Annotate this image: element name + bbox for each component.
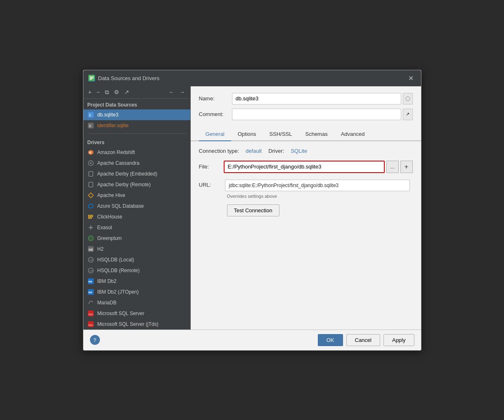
- connection-type-value[interactable]: default: [246, 148, 262, 154]
- tab-general[interactable]: General: [199, 128, 231, 141]
- mariadb-icon: [88, 299, 94, 306]
- sidebar-item-label-h2: H2: [97, 246, 104, 252]
- divider: [88, 133, 186, 134]
- tab-advanced[interactable]: Advanced: [334, 128, 371, 141]
- sidebar-item-label-hsqldb-local: HSQLDB (Local): [97, 257, 134, 263]
- greenplum-icon: [88, 235, 94, 242]
- sidebar-item-apache-derby-embedded[interactable]: Apache Derby (Embedded): [83, 168, 190, 179]
- name-input[interactable]: [232, 93, 401, 104]
- sidebar-item-microsoft-sql-jtds[interactable]: SQL Microsoft SQL Server (jTds): [83, 319, 190, 330]
- sidebar-item-greenplum[interactable]: Greenplum: [83, 233, 190, 244]
- sidebar-item-label-identifier-sqlite: identifier.sqlite: [97, 123, 129, 128]
- sidebar-item-amazon-redshift[interactable]: R Amazon Redshift: [83, 147, 190, 158]
- left-panel: + − ⧉ ⚙ ↗ ← → Project Data Sources S: [83, 86, 191, 330]
- sidebar-item-label-apache-derby-remote: Apache Derby (Remote): [97, 182, 151, 187]
- name-expand-button[interactable]: [403, 93, 413, 104]
- sidebar-item-h2[interactable]: H2 H2: [83, 244, 190, 254]
- export-button[interactable]: ↗: [123, 88, 131, 96]
- apply-button[interactable]: Apply: [383, 334, 414, 346]
- url-input[interactable]: [225, 180, 410, 191]
- svg-point-11: [90, 162, 92, 164]
- svg-text:H2: H2: [89, 248, 93, 252]
- sidebar-item-hsqldb-remote[interactable]: DB HSQLDB (Remote): [83, 265, 190, 276]
- tab-options[interactable]: Options: [231, 128, 263, 141]
- file-add-button[interactable]: +: [400, 161, 413, 173]
- footer-right: OK Cancel Apply: [318, 334, 414, 346]
- sidebar-item-label-azure-sql: Azure SQL Database: [97, 203, 144, 209]
- cancel-button[interactable]: Cancel: [346, 334, 380, 346]
- sidebar-item-ibm-db2[interactable]: IBM IBM Db2: [83, 276, 190, 287]
- svg-rect-14: [90, 215, 90, 219]
- sidebar-item-exasol[interactable]: Exasol: [83, 222, 190, 233]
- sidebar-item-label-exasol: Exasol: [97, 225, 112, 230]
- forward-button[interactable]: →: [178, 88, 187, 96]
- comment-row: Comment: ↗: [199, 109, 413, 120]
- back-button[interactable]: ←: [167, 88, 176, 96]
- apache-derby-remote-icon: [88, 181, 94, 188]
- name-label: Name:: [199, 95, 232, 102]
- db-sqlite3-icon: S: [88, 112, 94, 118]
- sidebar-item-mariadb[interactable]: MariaDB: [83, 297, 190, 308]
- driver-value[interactable]: SQLite: [291, 148, 307, 154]
- file-input[interactable]: [224, 161, 385, 173]
- project-section-header: Project Data Sources: [83, 99, 190, 109]
- sidebar-item-apache-hive[interactable]: Apache Hive: [83, 190, 190, 201]
- microsoft-sql-icon: SQL: [88, 310, 94, 317]
- ok-button[interactable]: OK: [318, 334, 343, 346]
- file-browse-button[interactable]: ...: [386, 161, 399, 173]
- tab-schemas[interactable]: Schemas: [298, 128, 334, 141]
- tab-advanced-label: Advanced: [341, 131, 365, 137]
- file-input-wrapper: ... +: [224, 161, 413, 173]
- sidebar-item-clickhouse[interactable]: ClickHouse: [83, 211, 190, 222]
- microsoft-sql-jtds-icon: SQL: [88, 321, 94, 327]
- amazon-redshift-icon: R: [88, 149, 94, 156]
- url-label: URL:: [199, 180, 224, 188]
- url-hint: Overrides settings above: [199, 194, 413, 199]
- svg-marker-12: [88, 193, 93, 198]
- sidebar-item-identifier-sqlite[interactable]: S identifier.sqlite: [83, 120, 190, 131]
- apache-hive-icon: [88, 192, 94, 199]
- toolbar: + − ⧉ ⚙ ↗ ← →: [83, 86, 190, 99]
- add-button[interactable]: +: [87, 88, 93, 96]
- tab-content-general: Connection type: default Driver: SQLite …: [191, 141, 421, 330]
- tab-ssh-ssl[interactable]: SSH/SSL: [263, 128, 299, 141]
- dialog-title: Data Sources and Drivers: [98, 75, 160, 81]
- sidebar-item-label-apache-hive: Apache Hive: [97, 192, 125, 198]
- sidebar-item-label-ibm-db2: IBM Db2: [97, 278, 117, 284]
- sidebar-item-db-sqlite3[interactable]: S db.sqlite3: [83, 109, 190, 120]
- sidebar-item-label-hsqldb-remote: HSQLDB (Remote): [97, 268, 140, 273]
- svg-rect-13: [88, 215, 89, 219]
- clickhouse-icon: [88, 214, 94, 220]
- svg-rect-1: [90, 76, 94, 77]
- title-bar-left: Data Sources and Drivers: [88, 75, 160, 81]
- sidebar-item-ibm-db2-jtopen[interactable]: IBM IBM Db2 (JTOpen): [83, 287, 190, 297]
- dialog-body: + − ⧉ ⚙ ↗ ← → Project Data Sources S: [83, 86, 421, 330]
- comment-expand-button[interactable]: ↗: [403, 109, 413, 120]
- file-row: File: ... +: [199, 161, 413, 173]
- sidebar-item-apache-cassandra[interactable]: Apache Cassandra: [83, 158, 190, 168]
- test-connection-button[interactable]: Test Connection: [227, 204, 279, 216]
- settings-button[interactable]: ⚙: [112, 88, 121, 96]
- sidebar-item-hsqldb-local[interactable]: DB HSQLDB (Local): [83, 254, 190, 265]
- footer-left: ?: [90, 335, 100, 345]
- name-input-wrapper: [232, 93, 413, 104]
- svg-point-35: [406, 97, 410, 101]
- svg-text:R: R: [89, 151, 91, 154]
- sidebar-item-azure-sql[interactable]: Azure SQL Database: [83, 201, 190, 211]
- tabs: General Options SSH/SSL Schemas Advanced: [191, 128, 421, 141]
- sidebar-item-microsoft-sql[interactable]: SQL Microsoft SQL Server: [83, 308, 190, 319]
- sidebar-item-apache-derby-remote[interactable]: Apache Derby (Remote): [83, 179, 190, 190]
- remove-button[interactable]: −: [95, 88, 102, 96]
- svg-text:DB: DB: [89, 270, 92, 272]
- dialog-footer: ? OK Cancel Apply: [83, 330, 421, 350]
- close-button[interactable]: ✕: [406, 74, 416, 83]
- sidebar-item-label-amazon-redshift: Amazon Redshift: [97, 149, 135, 155]
- title-bar: Data Sources and Drivers ✕: [83, 70, 421, 86]
- sidebar-item-label-apache-cassandra: Apache Cassandra: [97, 160, 140, 166]
- help-button[interactable]: ?: [90, 335, 100, 345]
- connection-type-row: Connection type: default Driver: SQLite: [199, 148, 413, 154]
- comment-input[interactable]: [232, 109, 401, 120]
- tab-options-label: Options: [238, 131, 256, 137]
- svg-rect-2: [90, 78, 94, 78]
- copy-button[interactable]: ⧉: [103, 88, 111, 97]
